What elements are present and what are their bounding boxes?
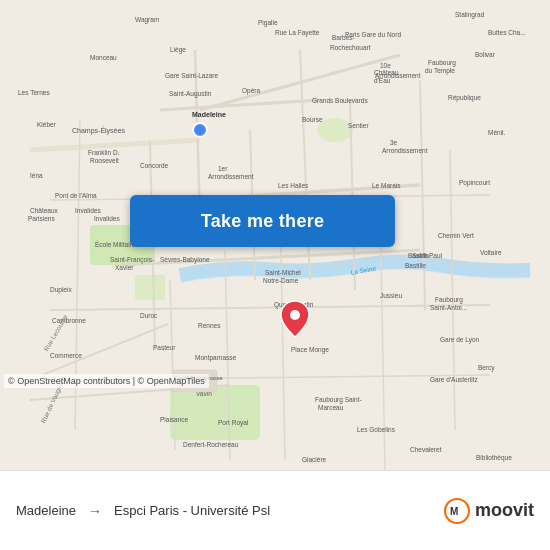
svg-text:Gare Saint-Lazare: Gare Saint-Lazare bbox=[165, 72, 218, 79]
svg-rect-3 bbox=[135, 275, 165, 300]
svg-text:Port Royal: Port Royal bbox=[218, 419, 249, 427]
svg-text:Arrondissement: Arrondissement bbox=[382, 147, 428, 154]
svg-text:Invalides: Invalides bbox=[94, 215, 120, 222]
svg-point-96 bbox=[196, 126, 204, 134]
bottom-bar: Madeleine → Espci Paris - Université Psl… bbox=[0, 470, 550, 550]
svg-text:Concorde: Concorde bbox=[140, 162, 169, 169]
svg-text:Saint-Augustin: Saint-Augustin bbox=[169, 90, 212, 98]
svg-text:Chevaleret: Chevaleret bbox=[410, 446, 442, 453]
svg-text:Rennes: Rennes bbox=[198, 322, 221, 329]
svg-text:Château: Château bbox=[374, 69, 399, 76]
svg-text:Saint-Antoi...: Saint-Antoi... bbox=[430, 304, 467, 311]
svg-text:Madeleine: Madeleine bbox=[192, 111, 226, 118]
svg-text:Parisiens: Parisiens bbox=[28, 215, 55, 222]
svg-text:Commerce: Commerce bbox=[50, 352, 82, 359]
svg-text:Les Halles: Les Halles bbox=[278, 182, 309, 189]
svg-text:Chemin Vert: Chemin Vert bbox=[438, 232, 474, 239]
svg-text:10e: 10e bbox=[380, 62, 391, 69]
from-label: Madeleine bbox=[16, 503, 76, 518]
svg-text:Paris Gare du Nord: Paris Gare du Nord bbox=[345, 31, 401, 38]
svg-text:Glacière: Glacière bbox=[302, 456, 327, 463]
svg-text:Faubourg: Faubourg bbox=[435, 296, 463, 304]
svg-text:Arrondissement: Arrondissement bbox=[208, 173, 254, 180]
svg-text:Faubourg: Faubourg bbox=[428, 59, 456, 67]
svg-text:Sèvres-Babylone: Sèvres-Babylone bbox=[160, 256, 210, 264]
svg-text:Invalides: Invalides bbox=[75, 207, 101, 214]
svg-text:Popincourt: Popincourt bbox=[459, 179, 490, 187]
svg-text:Gare de Lyon: Gare de Lyon bbox=[440, 336, 480, 344]
svg-text:Rue La Fayette: Rue La Fayette bbox=[275, 29, 320, 37]
svg-text:Duroc: Duroc bbox=[140, 312, 158, 319]
svg-text:M: M bbox=[450, 506, 458, 517]
svg-text:Faubourg Saint-: Faubourg Saint- bbox=[315, 396, 362, 404]
svg-text:Iéna: Iéna bbox=[30, 172, 43, 179]
svg-text:Pigalle: Pigalle bbox=[258, 19, 278, 27]
svg-text:République: République bbox=[448, 94, 481, 102]
svg-text:Xavier: Xavier bbox=[115, 264, 134, 271]
svg-text:Gare d'Austerlitz: Gare d'Austerlitz bbox=[430, 376, 479, 383]
svg-text:1er: 1er bbox=[218, 165, 228, 172]
svg-text:Châteaux: Châteaux bbox=[30, 207, 59, 214]
moovit-logo-icon: M bbox=[443, 497, 471, 525]
svg-text:Bastille: Bastille bbox=[405, 262, 426, 269]
svg-text:Pasteur: Pasteur bbox=[153, 344, 176, 351]
svg-text:Place Monge: Place Monge bbox=[291, 346, 329, 354]
svg-text:Les Gobelins: Les Gobelins bbox=[357, 426, 396, 433]
svg-text:Kléber: Kléber bbox=[37, 121, 57, 128]
svg-text:Le Marais: Le Marais bbox=[372, 182, 401, 189]
map-container: Champs-Élysées Les Ternes Monceau Wagram… bbox=[0, 0, 550, 470]
to-label: Espci Paris - Université Psl bbox=[114, 503, 270, 518]
svg-text:du Temple: du Temple bbox=[425, 67, 455, 75]
svg-text:Notre-Dame: Notre-Dame bbox=[263, 277, 299, 284]
svg-text:d'Eau: d'Eau bbox=[374, 77, 391, 84]
svg-text:Roosevelt: Roosevelt bbox=[90, 157, 119, 164]
svg-text:Franklin D.: Franklin D. bbox=[88, 149, 120, 156]
svg-text:Champs-Élysées: Champs-Élysées bbox=[72, 126, 125, 135]
svg-text:Plaisance: Plaisance bbox=[160, 416, 189, 423]
svg-text:Sentier: Sentier bbox=[348, 122, 369, 129]
svg-text:Grands Boulevards: Grands Boulevards bbox=[312, 97, 368, 104]
svg-text:Buttes Cha...: Buttes Cha... bbox=[488, 29, 526, 36]
svg-text:Opéra: Opéra bbox=[242, 87, 260, 95]
svg-text:Les Ternes: Les Ternes bbox=[18, 89, 50, 96]
moovit-text: moovit bbox=[475, 500, 534, 521]
svg-text:Monceau: Monceau bbox=[90, 54, 117, 61]
svg-text:Stalingrad: Stalingrad bbox=[455, 11, 485, 19]
svg-text:Saint-Michel: Saint-Michel bbox=[265, 269, 301, 276]
moovit-logo: M moovit bbox=[443, 497, 534, 525]
svg-text:Saint-Paul: Saint-Paul bbox=[412, 252, 443, 259]
svg-point-94 bbox=[290, 310, 300, 320]
svg-text:Bourse: Bourse bbox=[302, 116, 323, 123]
svg-text:Liège: Liège bbox=[170, 46, 186, 54]
svg-rect-2 bbox=[170, 385, 260, 440]
svg-text:Jussieu: Jussieu bbox=[380, 292, 402, 299]
svg-text:Bercy: Bercy bbox=[478, 364, 495, 372]
svg-text:3e: 3e bbox=[390, 139, 398, 146]
svg-text:Denfert-Rochereau: Denfert-Rochereau bbox=[183, 441, 239, 448]
svg-text:Marceau: Marceau bbox=[318, 404, 344, 411]
button-label: Take me there bbox=[201, 211, 325, 232]
svg-text:Pont de l'Alma: Pont de l'Alma bbox=[55, 192, 97, 199]
svg-text:Montparnasse: Montparnasse bbox=[195, 354, 237, 362]
svg-text:Dupleix: Dupleix bbox=[50, 286, 72, 294]
svg-text:Rochechouart: Rochechouart bbox=[330, 44, 371, 51]
svg-text:Saint-François-: Saint-François- bbox=[110, 256, 154, 264]
arrow-icon: → bbox=[88, 503, 102, 519]
route-info: Madeleine → Espci Paris - Université Psl bbox=[16, 503, 443, 519]
take-me-there-button[interactable]: Take me there bbox=[130, 195, 395, 247]
svg-text:Ménil.: Ménil. bbox=[488, 129, 506, 136]
svg-text:Wagram: Wagram bbox=[135, 16, 159, 24]
svg-text:Voltaire: Voltaire bbox=[480, 249, 502, 256]
svg-text:Bolivar: Bolivar bbox=[475, 51, 496, 58]
copyright-text: © OpenStreetMap contributors | © OpenMap… bbox=[4, 374, 209, 388]
svg-text:Bibliothèque: Bibliothèque bbox=[476, 454, 512, 462]
